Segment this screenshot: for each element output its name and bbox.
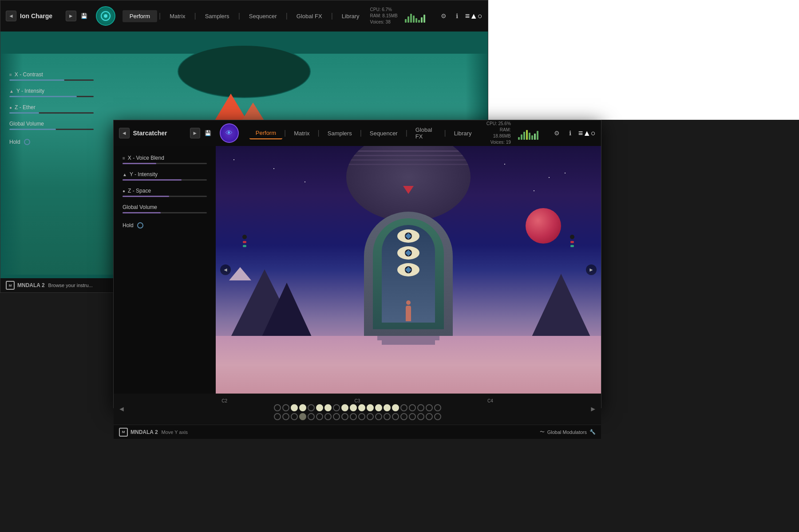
slider-global-volume-back[interactable] (9, 129, 94, 130)
key-b-8[interactable] (333, 413, 340, 420)
key-15[interactable] (392, 404, 399, 411)
key-b-4[interactable] (299, 413, 306, 420)
key-b-7[interactable] (324, 413, 332, 420)
tab-front-library[interactable]: Library (448, 128, 478, 139)
tab-front-perform[interactable]: Perform (249, 127, 282, 139)
key-b-1[interactable] (274, 413, 281, 420)
settings-icon-front[interactable]: ⚙ (552, 128, 562, 138)
browse-label-back[interactable]: Browse your instru... (48, 283, 93, 288)
key-b-20[interactable] (434, 413, 441, 420)
key-13[interactable] (375, 404, 382, 411)
info-icon-back[interactable]: ℹ (452, 11, 463, 21)
key-b-2[interactable] (282, 413, 289, 420)
slider-x-contrast[interactable] (9, 79, 94, 81)
mindala-logo-front: M MNDALA 2 (119, 428, 158, 437)
preset-name-back: Ion Charge (20, 12, 62, 20)
planet-stripes (346, 150, 471, 152)
logo-text-back: ≡▲○ (465, 12, 483, 21)
tab-back-sequencer[interactable]: Sequencer (242, 10, 284, 22)
next-preset-back[interactable]: ► (66, 11, 76, 21)
slider-z-space[interactable] (123, 196, 207, 197)
key-8[interactable] (333, 404, 340, 411)
eye-middle (397, 246, 419, 260)
white-background (488, 0, 799, 120)
key-12[interactable] (367, 404, 374, 411)
settings-icon-back[interactable]: ⚙ (439, 11, 449, 21)
tab-front-samplers[interactable]: Samplers (321, 128, 358, 139)
slider-y-intensity-back[interactable] (9, 96, 94, 97)
key-b-15[interactable] (392, 413, 399, 420)
piano-label-c3: C3 (355, 398, 360, 403)
key-7[interactable] (324, 404, 332, 411)
prev-preset-back[interactable]: ◄ (6, 11, 16, 21)
key-4[interactable] (299, 404, 306, 411)
key-1[interactable] (274, 404, 281, 411)
tab-back-samplers[interactable]: Samplers (198, 10, 237, 22)
label-x-contrast: X - Contrast (15, 71, 43, 78)
control-global-volume-front: Global Volume (123, 204, 207, 213)
key-b-9[interactable] (341, 413, 348, 420)
slider-y-intensity-front[interactable] (123, 179, 207, 181)
key-b-3[interactable] (291, 413, 298, 420)
hold-toggle-back[interactable] (24, 139, 30, 145)
control-z-ether: ● Z - Ether (9, 104, 94, 114)
save-back[interactable]: 💾 (80, 12, 89, 20)
key-20[interactable] (434, 404, 441, 411)
key-b-6[interactable] (316, 413, 323, 420)
prev-preset-front[interactable]: ◄ (119, 128, 130, 138)
arch-side-right-dots (570, 235, 574, 247)
global-mods[interactable]: 〜 Global Modulators 🔧 (540, 429, 596, 435)
tab-front-sequencer[interactable]: Sequencer (364, 128, 404, 139)
key-b-19[interactable] (426, 413, 433, 420)
info-icon-front[interactable]: ℹ (565, 128, 576, 138)
key-b-13[interactable] (375, 413, 382, 420)
key-19[interactable] (426, 404, 433, 411)
key-9[interactable] (341, 404, 348, 411)
eye-bottom (397, 263, 419, 276)
piano-label-c2: C2 (222, 398, 227, 403)
key-b-11[interactable] (358, 413, 365, 420)
key-5[interactable] (308, 404, 315, 411)
key-b-16[interactable] (400, 413, 407, 420)
tab-back-library[interactable]: Library (335, 10, 367, 22)
key-3[interactable] (291, 404, 298, 411)
slider-x-voiceblend[interactable] (123, 163, 207, 164)
tab-back-globalfx[interactable]: Global FX (289, 10, 329, 22)
eye-icon-front: 👁 (225, 129, 233, 137)
meter-bars-back (405, 9, 436, 23)
key-b-10[interactable] (350, 413, 357, 420)
next-preset-front[interactable]: ► (190, 128, 201, 138)
key-11[interactable] (358, 404, 365, 411)
key-17[interactable] (409, 404, 416, 411)
key-b-12[interactable] (367, 413, 374, 420)
key-b-18[interactable] (417, 413, 424, 420)
key-b-5[interactable] (308, 413, 315, 420)
piano-nav-right[interactable]: ► (589, 405, 597, 413)
tab-front-globalfx[interactable]: Global FX (409, 124, 443, 142)
key-18[interactable] (417, 404, 424, 411)
piano-nav-left[interactable]: ◄ (118, 405, 125, 413)
key-10[interactable] (350, 404, 357, 411)
status-label-front: Move Y axis (162, 430, 188, 435)
key-2[interactable] (282, 404, 289, 411)
mindala-logo-back: M MNDALA 2 (6, 281, 45, 290)
piano-area: ◄ C2 C3 C4 (114, 394, 601, 425)
label-global-volume-back: Global Volume (9, 121, 44, 127)
slider-global-volume-front[interactable] (123, 212, 207, 213)
tab-nav-back: Perform | Matrix | Samplers | Sequencer … (123, 10, 367, 22)
tab-back-perform[interactable]: Perform (123, 10, 157, 22)
tab-nav-front: Perform | Matrix | Samplers | Sequencer … (249, 124, 478, 142)
key-16[interactable] (400, 404, 407, 411)
tab-front-matrix[interactable]: Matrix (288, 128, 316, 139)
key-b-17[interactable] (409, 413, 416, 420)
label-z-space: Z - Space (128, 188, 151, 194)
key-14[interactable] (384, 404, 391, 411)
piano-labels: C2 C3 C4 (131, 398, 583, 403)
triangle-indicator (403, 186, 414, 194)
slider-z-ether[interactable] (9, 112, 94, 114)
hold-toggle-front[interactable] (137, 222, 143, 229)
save-front[interactable]: 💾 (204, 129, 213, 138)
key-6[interactable] (316, 404, 323, 411)
tab-back-matrix[interactable]: Matrix (162, 10, 192, 22)
key-b-14[interactable] (384, 413, 391, 420)
